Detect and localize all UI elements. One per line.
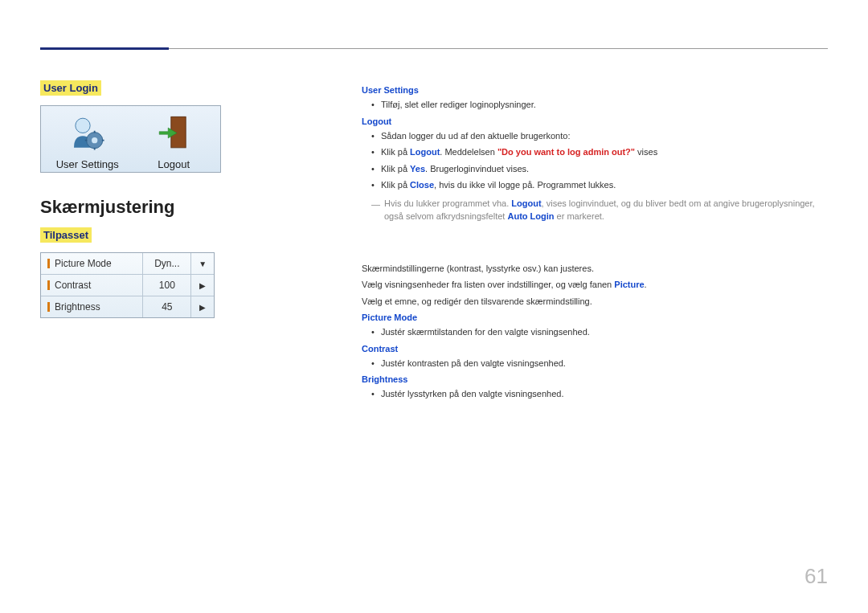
row-label: Picture Mode [55,258,112,269]
para-text: Vælg visningsenheder fra listen over ind… [362,278,828,292]
page-content: User Login [0,0,868,438]
user-settings-icon [65,111,109,155]
row-value: Dyn... [142,253,191,274]
screen-adjust-heading: Skærmjustering [40,197,354,218]
picture-mode-row[interactable]: Picture Mode Dyn... ▼ [41,253,214,275]
bullet-text: Tilføj, slet eller rediger loginoplysnin… [362,98,828,112]
logout-icon [152,111,196,155]
left-column: User Login [40,80,354,406]
para-text: Vælg et emne, og redigér den tilsvarende… [362,295,828,309]
dash-icon: ― [371,198,380,211]
brightness-heading: Brightness [362,374,828,384]
accent-bar [40,47,169,50]
marker-icon [47,259,50,268]
row-label: Brightness [55,301,100,313]
contrast-heading: Contrast [362,344,828,353]
settings-table: Picture Mode Dyn... ▼ Contrast 100 ▶ Bri… [40,252,215,318]
logout-label: Logout [131,158,218,170]
row-value: 100 [142,275,191,296]
bullet-text: Klik på Yes. Brugerloginvinduet vises. [362,162,828,176]
right-column: User Settings Tilføj, slet eller rediger… [354,80,828,406]
dropdown-icon[interactable]: ▼ [191,260,214,268]
svg-point-0 [76,118,90,133]
svg-point-2 [92,137,97,143]
bullet-text: Klik på Logout. Meddelelsen "Do you want… [362,145,828,159]
bullet-text: Justér kontrasten på den valgte visnings… [362,357,828,370]
note-text: ― Hvis du lukker programmet vha. Logout,… [362,197,828,223]
login-panel: User Settings Logout [40,105,221,173]
bullet-text: Justér skærmtilstanden for den valgte vi… [362,325,828,339]
user-settings-button[interactable]: User Settings [44,111,131,170]
logout-button[interactable]: Logout [131,111,218,170]
tilpasset-title: Tilpasset [40,227,92,243]
para-text: Skærmindstillingerne (kontrast, lysstyrk… [362,262,828,276]
user-login-title: User Login [40,80,101,96]
brightness-row[interactable]: Brightness 45 ▶ [41,296,214,317]
marker-icon [47,280,50,290]
arrow-right-icon[interactable]: ▶ [191,303,214,312]
bullet-text: Klik på Close, hvis du ikke vil logge på… [362,178,828,192]
logout-heading: Logout [362,116,828,126]
row-label: Contrast [55,280,91,291]
arrow-right-icon[interactable]: ▶ [191,281,214,290]
user-settings-heading: User Settings [362,85,828,95]
picture-mode-heading: Picture Mode [362,313,828,322]
row-value: 45 [142,296,191,317]
bullet-text: Sådan logger du ud af den aktuelle bruge… [362,129,828,143]
bullet-text: Justér lysstyrken på den valgte visnings… [362,387,828,401]
marker-icon [47,302,50,312]
page-number: 61 [805,564,828,589]
user-settings-label: User Settings [44,158,131,170]
contrast-row[interactable]: Contrast 100 ▶ [41,275,214,296]
